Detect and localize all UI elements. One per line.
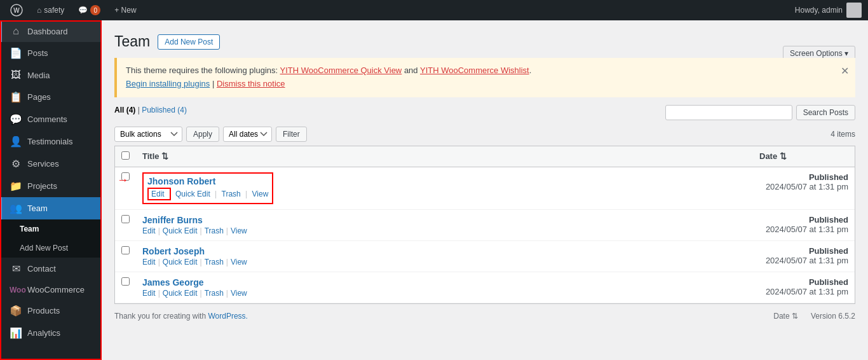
toolbar-left: Bulk actions Edit Move to Trash Apply Al… xyxy=(114,127,307,142)
sidebar-label-woo: WooCommerce xyxy=(27,285,85,294)
main-content: Screen Options ▾ Team Add New Post This … xyxy=(102,20,868,360)
sidebar-label-products: Products xyxy=(27,306,60,315)
home-icon: ⌂ xyxy=(37,6,41,15)
sidebar-item-testimonials[interactable]: 👤 Testimonials xyxy=(0,130,102,153)
quick-edit-link-1[interactable]: Quick Edit xyxy=(175,190,210,198)
sidebar-label-testimonials: Testimonials xyxy=(27,137,73,146)
notice-close-icon[interactable]: ✕ xyxy=(841,63,849,80)
team-submenu: Team Add New Post xyxy=(0,219,102,258)
row-select-3[interactable] xyxy=(121,246,130,254)
sidebar-submenu-add-new[interactable]: Add New Post xyxy=(0,239,102,258)
notice-install-link[interactable]: Begin installing plugins xyxy=(126,79,210,88)
filter-published[interactable]: Published (4) xyxy=(142,106,187,114)
sidebar-item-analytics[interactable]: 📊 Analytics xyxy=(0,322,102,344)
filter-btn[interactable]: Filter xyxy=(276,127,307,142)
post-title-link-3[interactable]: Robert Joseph xyxy=(142,246,205,256)
sidebar: ⌂ Dashboard 📄 Posts 🖼 Media 📋 Pages 💬 Co… xyxy=(0,20,102,360)
row-select-4[interactable] xyxy=(121,277,130,286)
col-header-date[interactable]: Date ⇅ xyxy=(753,146,855,167)
comment-icon: 💬 xyxy=(78,6,88,15)
quick-edit-link-2[interactable]: Quick Edit xyxy=(163,226,198,235)
date-col-bottom: Date xyxy=(773,312,789,321)
table-row: Jhonson Robert Edit Quick Edit | Trash xyxy=(115,167,855,209)
sidebar-submenu-team[interactable]: Team xyxy=(0,219,102,239)
user-avatar xyxy=(846,3,862,18)
search-area: Search Posts xyxy=(665,105,855,120)
trash-link-3[interactable]: Trash xyxy=(205,258,224,267)
search-posts-btn[interactable]: Search Posts xyxy=(796,105,855,120)
row-actions-3: Edit | Quick Edit | Trash | View xyxy=(142,258,747,267)
trash-link-1[interactable]: Trash xyxy=(222,190,241,198)
wp-logo-btn[interactable]: W xyxy=(6,0,27,20)
version-text: Date ⇅ Version 6.5.2 xyxy=(773,312,855,321)
quick-edit-link-3[interactable]: Quick Edit xyxy=(163,258,198,267)
sidebar-item-comments[interactable]: 💬 Comments xyxy=(0,108,102,130)
edit-link-4[interactable]: Edit xyxy=(142,289,156,298)
sidebar-item-dashboard[interactable]: ⌂ Dashboard xyxy=(0,20,102,42)
analytics-icon: 📊 xyxy=(10,327,22,339)
view-link-3[interactable]: View xyxy=(231,258,247,267)
comments-btn[interactable]: 💬 0 xyxy=(74,0,104,20)
row-checkbox-3 xyxy=(115,240,136,272)
notice-dismiss-link[interactable]: Dismiss this notice xyxy=(217,79,285,88)
page-title: Team xyxy=(114,33,150,50)
view-link-1[interactable]: View xyxy=(252,190,269,198)
edit-link-2[interactable]: Edit xyxy=(142,226,156,235)
col-header-title[interactable]: Title ⇅ xyxy=(136,146,753,167)
quick-edit-link-4[interactable]: Quick Edit xyxy=(163,289,198,298)
sidebar-item-products[interactable]: 📦 Products xyxy=(0,300,102,322)
sidebar-item-projects[interactable]: 📁 Projects xyxy=(0,175,102,197)
posts-icon: 📄 xyxy=(10,47,22,59)
footer-text: Thank you for creating with WordPress. xyxy=(114,312,248,321)
post-title-link-4[interactable]: James George xyxy=(142,277,204,287)
sidebar-label-comments: Comments xyxy=(27,114,67,124)
sidebar-item-services[interactable]: ⚙ Services xyxy=(0,153,102,175)
trash-link-4[interactable]: Trash xyxy=(205,289,224,298)
howdy-text: Howdy, admin xyxy=(795,6,843,15)
plugin-notice: This theme requires the following plugin… xyxy=(114,58,855,97)
arrow-annotation: → xyxy=(117,174,128,187)
sidebar-item-contact[interactable]: ✉ Contact xyxy=(0,258,102,280)
top-bar: W ⌂ safety 💬 0 + New Howdy, admin xyxy=(0,0,868,20)
sidebar-label-projects: Projects xyxy=(27,181,57,191)
sidebar-item-media[interactable]: 🖼 Media xyxy=(0,64,102,86)
notice-plugin1-link[interactable]: YITH WooCommerce Quick View xyxy=(280,66,402,75)
new-btn[interactable]: + New xyxy=(111,0,140,20)
edit-link-1[interactable]: Edit xyxy=(151,190,165,198)
posts-table-wrapper: Title ⇅ Date ⇅ xyxy=(114,146,855,304)
apply-btn[interactable]: Apply xyxy=(186,127,219,142)
site-name-btn[interactable]: ⌂ safety xyxy=(33,0,68,20)
col-header-cb xyxy=(115,146,136,167)
sidebar-label-contact: Contact xyxy=(27,264,56,273)
filter-all[interactable]: All (4) xyxy=(114,106,135,114)
sidebar-label-services: Services xyxy=(27,159,59,169)
notice-period: . xyxy=(529,66,532,75)
view-link-4[interactable]: View xyxy=(231,289,247,298)
select-all-checkbox[interactable] xyxy=(121,151,130,160)
filter-links: All (4) | Published (4) xyxy=(114,106,187,114)
sidebar-label-pages: Pages xyxy=(27,92,51,102)
bulk-actions-select[interactable]: Bulk actions Edit Move to Trash xyxy=(114,127,182,142)
sidebar-item-team[interactable]: 👥 Team xyxy=(0,197,102,219)
edit-link-3[interactable]: Edit xyxy=(142,258,156,267)
view-link-2[interactable]: View xyxy=(231,226,247,235)
table-row: James George Edit | Quick Edit | Trash |… xyxy=(115,272,855,303)
notice-plugin2-link[interactable]: YITH WooCommerce Wishlist xyxy=(420,66,529,75)
post-title-link-1[interactable]: Jhonson Robert xyxy=(147,176,215,186)
search-input[interactable] xyxy=(665,105,792,120)
sidebar-item-woocommerce[interactable]: Woo WooCommerce xyxy=(0,280,102,300)
user-info: Howdy, admin xyxy=(795,3,862,18)
wordpress-link[interactable]: WordPress. xyxy=(208,312,247,321)
comment-count: 0 xyxy=(90,5,100,15)
add-new-post-btn[interactable]: Add New Post xyxy=(158,34,220,50)
row-select-2[interactable] xyxy=(121,215,130,223)
table-row: Robert Joseph Edit | Quick Edit | Trash … xyxy=(115,240,855,272)
sidebar-label-media: Media xyxy=(27,71,50,80)
sidebar-item-posts[interactable]: 📄 Posts xyxy=(0,42,102,64)
post-title-link-2[interactable]: Jeniffer Burns xyxy=(142,215,203,225)
trash-link-2[interactable]: Trash xyxy=(205,226,224,235)
media-icon: 🖼 xyxy=(10,69,22,81)
dates-select[interactable]: All dates xyxy=(223,127,272,142)
table-row: Jeniffer Burns Edit | Quick Edit | Trash… xyxy=(115,209,855,240)
sidebar-item-pages[interactable]: 📋 Pages xyxy=(0,86,102,108)
